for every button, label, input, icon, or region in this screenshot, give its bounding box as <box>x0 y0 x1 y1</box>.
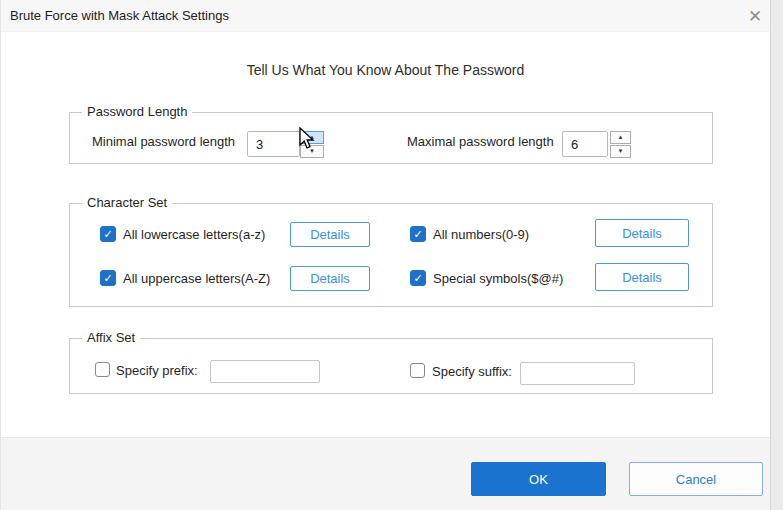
mouse-cursor-icon <box>297 127 319 151</box>
numbers-details-button[interactable]: Details <box>595 219 689 247</box>
dialog-heading: Tell Us What You Know About The Password <box>1 62 770 78</box>
min-length-input[interactable] <box>247 131 300 157</box>
specify-suffix-label: Specify suffix: <box>432 364 512 379</box>
all-uppercase-label: All uppercase letters(A-Z) <box>123 271 270 286</box>
all-lowercase-label: All lowercase letters(a-z) <box>123 227 265 242</box>
title-bar: Brute Force with Mask Attack Settings ✕ <box>1 0 770 32</box>
specify-prefix-label: Specify prefix: <box>116 363 198 378</box>
checkbox-special-symbols[interactable]: ✓ <box>410 270 426 286</box>
affix-set-group: Affix Set Specify prefix: Specify suffix… <box>69 338 713 394</box>
min-length-label: Minimal password length <box>92 134 235 149</box>
checkbox-all-numbers[interactable]: ✓ <box>410 226 426 242</box>
window-title: Brute Force with Mask Attack Settings <box>10 0 229 32</box>
spinner-down-icon[interactable]: ▼ <box>610 145 631 158</box>
symbols-details-button[interactable]: Details <box>595 263 689 291</box>
password-length-legend: Password Length <box>82 104 192 120</box>
password-length-group: Password Length Minimal password length … <box>69 112 713 164</box>
special-symbols-label: Special symbols($@#) <box>433 271 563 286</box>
prefix-input[interactable] <box>210 360 320 383</box>
lowercase-details-button[interactable]: Details <box>290 222 370 247</box>
character-set-group: Character Set ✓ All lowercase letters(a-… <box>69 203 713 307</box>
brute-force-settings-dialog: Brute Force with Mask Attack Settings ✕ … <box>0 0 771 510</box>
all-numbers-label: All numbers(0-9) <box>433 227 529 242</box>
max-length-label: Maximal password length <box>407 134 554 149</box>
checkbox-specify-suffix[interactable] <box>410 363 425 378</box>
spinner-up-icon[interactable]: ▲ <box>610 131 631 144</box>
checkbox-all-uppercase[interactable]: ✓ <box>100 270 116 286</box>
ok-button[interactable]: OK <box>471 462 606 496</box>
affix-set-legend: Affix Set <box>82 330 140 346</box>
max-length-spinner[interactable]: ▲ ▼ <box>610 131 631 158</box>
suffix-input[interactable] <box>520 362 635 385</box>
uppercase-details-button[interactable]: Details <box>290 266 370 291</box>
close-icon[interactable]: ✕ <box>742 4 768 30</box>
cancel-button[interactable]: Cancel <box>629 462 763 496</box>
character-set-legend: Character Set <box>82 195 172 211</box>
dialog-footer: OK Cancel <box>1 437 770 510</box>
checkbox-all-lowercase[interactable]: ✓ <box>100 226 116 242</box>
max-length-input[interactable] <box>562 131 608 157</box>
checkbox-specify-prefix[interactable] <box>95 362 110 377</box>
